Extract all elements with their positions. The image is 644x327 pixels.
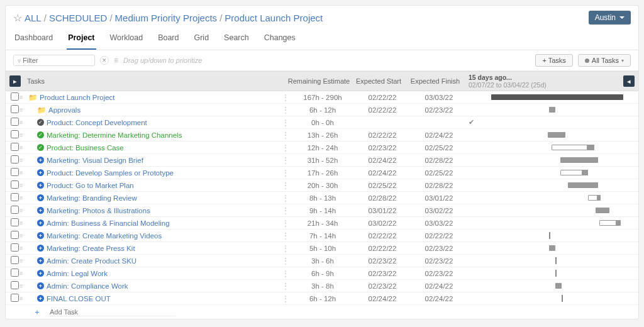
all-tasks-dropdown[interactable]: All Tasks ▾ [578,54,631,67]
tab-board[interactable]: Board [157,30,180,50]
add-tasks-button[interactable]: + Tasks [535,54,572,67]
gantt-tick[interactable] [555,257,557,264]
task-row[interactable]: ≡📁Approvals⋮6h - 12h02/22/2202/23/22 [6,104,638,116]
tab-changes[interactable]: Changes [263,30,297,50]
gantt-bar[interactable] [560,157,598,163]
row-checkbox[interactable] [11,206,19,214]
row-checkbox[interactable] [11,243,19,252]
row-menu-icon[interactable]: ⋮ [280,194,291,202]
task-name-cell[interactable]: +Marketing: Create Press Kit [28,245,280,252]
row-menu-icon[interactable]: ⋮ [280,93,291,102]
drag-handle-icon[interactable]: ≡ [19,219,28,226]
task-name-cell[interactable]: +Product: Go to Market Plan [28,182,280,189]
row-menu-icon[interactable]: ⋮ [280,294,291,303]
tab-search[interactable]: Search [223,30,250,50]
task-row[interactable]: ≡+Admin: Legal Work⋮6h - 9h02/23/2202/23… [6,267,638,280]
gantt-bar[interactable] [548,132,565,138]
task-name-cell[interactable]: ✓Marketing: Determine Marketing Channels [28,131,280,139]
gantt-tick[interactable] [562,295,563,302]
col-start[interactable]: Expected Start [350,77,407,85]
drag-handle-icon[interactable]: ≡ [19,232,28,239]
task-name-cell[interactable]: ✓Product: Business Case [28,144,280,152]
gantt-bar[interactable] [596,208,609,213]
task-name-cell[interactable]: +Admin: Compliance Work [28,282,280,290]
row-menu-icon[interactable]: ⋮ [280,131,291,140]
row-menu-icon[interactable]: ⋮ [280,269,291,278]
drag-handle-icon[interactable]: ≡ [19,106,28,113]
drag-handle-icon[interactable]: ≡ [19,257,28,264]
tab-dashboard[interactable]: Dashboard [13,30,54,50]
col-finish[interactable]: Expected Finish [407,77,464,85]
gantt-bar[interactable] [555,283,562,289]
drag-handle-icon[interactable]: ≡ [19,169,28,176]
task-row[interactable]: ≡+Marketing: Visual Design Brief⋮31h - 5… [6,154,638,167]
task-name-cell[interactable]: +Product: Develop Samples or Prototype [28,169,280,177]
task-name-cell[interactable]: +Marketing: Photos & Illustrations [28,207,280,214]
row-menu-icon[interactable]: ⋮ [280,231,291,240]
row-checkbox[interactable] [11,256,19,264]
drag-handle-icon[interactable]: ≡ [19,182,28,189]
row-menu-icon[interactable]: ⋮ [280,206,291,215]
row-menu-icon[interactable]: ⋮ [280,118,291,127]
row-menu-icon[interactable]: ⋮ [280,181,291,190]
task-row[interactable]: ≡✓Marketing: Determine Marketing Channel… [6,129,638,141]
tab-workload[interactable]: Workload [109,30,145,50]
task-name-cell[interactable]: +Admin: Create Product SKU [28,257,280,265]
row-checkbox[interactable] [11,231,19,239]
clear-filter-icon[interactable]: ✕ [100,56,109,65]
tab-grid[interactable]: Grid [192,30,210,50]
col-tasks[interactable]: Tasks [25,77,287,85]
favorite-star-icon[interactable]: ☆ [13,12,22,24]
drag-handle-icon[interactable]: ≡ [19,245,28,252]
row-menu-icon[interactable]: ⋮ [280,106,291,114]
task-name-cell[interactable]: +Admin: Legal Work [28,270,280,277]
gantt-bar[interactable] [568,182,598,188]
row-menu-icon[interactable]: ⋮ [280,244,291,253]
collapse-timeline-button[interactable]: ◂ [623,75,635,87]
drag-handle-icon[interactable]: ≡ [19,144,28,151]
row-menu-icon[interactable]: ⋮ [280,143,291,152]
row-checkbox[interactable] [11,193,19,201]
task-row[interactable]: ≡✓Product: Business Case⋮12h - 24h02/23/… [6,141,638,154]
drag-handle-icon[interactable]: ≡ [19,295,28,302]
row-checkbox[interactable] [11,92,19,101]
gantt-bar[interactable] [491,94,623,100]
tab-project[interactable]: Project [67,30,96,50]
add-task-input[interactable] [50,308,175,316]
task-row[interactable]: ≡📁Product Launch Project⋮167h - 290h02/2… [6,91,638,104]
gantt-bar[interactable] [549,107,555,113]
task-name-cell[interactable]: ✓Product: Concept Development [28,119,280,126]
task-row[interactable]: ≡+Product: Go to Market Plan⋮20h - 30h02… [6,179,638,192]
task-row[interactable]: ≡+Admin: Compliance Work⋮3h - 8h02/23/22… [6,280,638,292]
row-checkbox[interactable] [11,269,19,277]
drag-handle-icon[interactable]: ≡ [19,194,28,201]
breadcrumb-current[interactable]: Product Launch Project [225,13,323,23]
task-row[interactable]: ≡✓Product: Concept Development⋮0h - 0h✔ [6,116,638,129]
col-estimate[interactable]: Remaining Estimate [287,77,350,85]
row-checkbox[interactable] [11,294,19,302]
task-name-cell[interactable]: +Admin: Business & Financial Modeling [28,219,280,227]
row-checkbox[interactable] [11,218,19,226]
breadcrumb-item[interactable]: Medium Priority Projects [115,13,218,23]
row-checkbox[interactable] [11,155,19,164]
drag-handle-icon[interactable]: ≡ [19,94,28,101]
task-name-cell[interactable]: 📁Product Launch Project [28,93,280,102]
breadcrumb-item[interactable]: SCHEDULED [49,13,108,23]
row-checkbox[interactable] [11,105,19,113]
breadcrumb-item[interactable]: ALL [25,13,42,23]
row-checkbox[interactable] [11,281,19,289]
row-checkbox[interactable] [11,168,19,176]
task-name-cell[interactable]: +Marketing: Create Marketing Videos [28,232,280,240]
drag-handle-icon[interactable]: ≡ [19,157,28,164]
gantt-bar[interactable] [549,245,555,251]
filter-box[interactable]: ▿ [13,55,95,66]
row-menu-icon[interactable]: ⋮ [280,156,291,165]
row-menu-icon[interactable]: ⋮ [280,257,291,265]
row-checkbox[interactable] [11,118,19,126]
drag-handle-icon[interactable]: ≡ [19,119,28,126]
row-menu-icon[interactable]: ⋮ [280,169,291,177]
expand-toggle-button[interactable]: ▸ [9,75,21,87]
add-task-plus-icon[interactable]: ＋ [33,307,41,318]
gantt-tick[interactable] [555,270,557,277]
row-checkbox[interactable] [11,180,19,189]
